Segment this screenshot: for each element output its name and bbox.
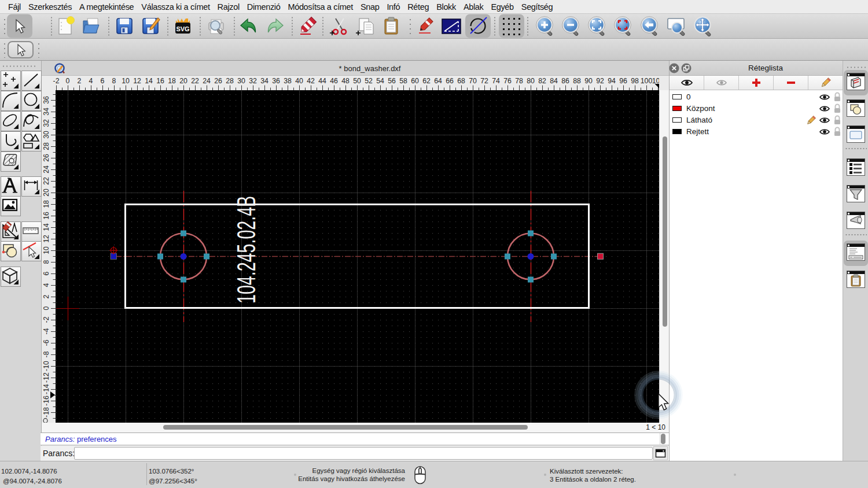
svg-text:-4: -4 bbox=[42, 328, 50, 334]
svg-text:76: 76 bbox=[503, 77, 512, 85]
svg-text:30: 30 bbox=[237, 77, 245, 85]
svg-text:52: 52 bbox=[365, 77, 373, 85]
svg-text:42: 42 bbox=[307, 77, 315, 85]
svg-text:14: 14 bbox=[145, 77, 153, 85]
svg-text:20: 20 bbox=[179, 77, 187, 85]
svg-text:58: 58 bbox=[399, 77, 407, 85]
svg-text:10: 10 bbox=[122, 77, 130, 85]
svg-text:54: 54 bbox=[376, 77, 384, 85]
svg-text:-14: -14 bbox=[42, 384, 50, 394]
svg-text:88: 88 bbox=[573, 77, 581, 85]
svg-text:104.245.02.4B: 104.245.02.4B bbox=[231, 196, 260, 304]
svg-text:18: 18 bbox=[42, 200, 50, 208]
svg-text:78: 78 bbox=[515, 77, 523, 85]
svg-text:102: 102 bbox=[652, 77, 659, 85]
svg-text:-12: -12 bbox=[42, 372, 50, 383]
svg-text:24: 24 bbox=[42, 165, 50, 173]
svg-text:34: 34 bbox=[42, 108, 50, 116]
svg-text:6: 6 bbox=[42, 271, 50, 275]
svg-text:16: 16 bbox=[42, 212, 50, 220]
svg-text:56: 56 bbox=[388, 77, 396, 85]
svg-text:-16: -16 bbox=[42, 395, 50, 406]
svg-text:22: 22 bbox=[42, 177, 50, 185]
svg-text:32: 32 bbox=[249, 77, 257, 85]
svg-text:28: 28 bbox=[42, 142, 50, 150]
svg-text:-10: -10 bbox=[42, 361, 50, 371]
svg-text:8: 8 bbox=[112, 77, 116, 85]
svg-text:14: 14 bbox=[42, 223, 50, 231]
svg-text:4: 4 bbox=[42, 283, 50, 287]
svg-text:2: 2 bbox=[42, 294, 50, 298]
svg-text:84: 84 bbox=[550, 77, 558, 85]
svg-text:12: 12 bbox=[133, 77, 141, 85]
svg-text:74: 74 bbox=[492, 77, 500, 85]
svg-text:48: 48 bbox=[341, 77, 350, 85]
svg-text:-8: -8 bbox=[42, 351, 50, 357]
svg-text:44: 44 bbox=[318, 77, 326, 85]
svg-text:32: 32 bbox=[42, 119, 50, 127]
svg-text:34: 34 bbox=[260, 77, 269, 85]
svg-text:38: 38 bbox=[284, 77, 292, 85]
svg-text:22: 22 bbox=[191, 77, 199, 85]
svg-text:94: 94 bbox=[608, 77, 616, 85]
svg-text:-2: -2 bbox=[42, 316, 50, 323]
svg-text:68: 68 bbox=[457, 77, 465, 85]
svg-text:4: 4 bbox=[89, 77, 93, 85]
svg-text:-2: -2 bbox=[53, 77, 60, 85]
svg-text:30: 30 bbox=[42, 131, 50, 139]
svg-text:46: 46 bbox=[330, 77, 338, 85]
svg-text:2: 2 bbox=[78, 77, 82, 85]
svg-text:82: 82 bbox=[538, 77, 546, 85]
svg-text:36: 36 bbox=[42, 96, 50, 104]
svg-text:64: 64 bbox=[434, 77, 442, 85]
svg-text:12: 12 bbox=[42, 235, 50, 243]
svg-text:40: 40 bbox=[295, 77, 303, 85]
svg-text:SVG: SVG bbox=[176, 25, 189, 32]
svg-text:72: 72 bbox=[480, 77, 488, 85]
svg-text:92: 92 bbox=[596, 77, 604, 85]
svg-text:60: 60 bbox=[411, 77, 419, 85]
svg-text:50: 50 bbox=[353, 77, 361, 85]
svg-text:0: 0 bbox=[66, 77, 70, 85]
svg-text:100: 100 bbox=[641, 77, 653, 85]
svg-text:80: 80 bbox=[527, 77, 535, 85]
svg-text:98: 98 bbox=[631, 77, 639, 85]
svg-text:0: 0 bbox=[42, 306, 50, 310]
svg-text:24: 24 bbox=[203, 77, 211, 85]
svg-text:26: 26 bbox=[214, 77, 222, 85]
svg-text:8: 8 bbox=[42, 260, 50, 264]
svg-text:36: 36 bbox=[272, 77, 280, 85]
svg-text:62: 62 bbox=[422, 77, 431, 85]
svg-text:-6: -6 bbox=[42, 339, 50, 346]
svg-text:28: 28 bbox=[226, 77, 234, 85]
svg-text:20: 20 bbox=[42, 188, 50, 197]
svg-text:90: 90 bbox=[584, 77, 593, 85]
svg-text:6: 6 bbox=[101, 77, 105, 85]
svg-text:10: 10 bbox=[42, 246, 50, 254]
svg-text:18: 18 bbox=[168, 77, 176, 85]
svg-text:70: 70 bbox=[469, 77, 477, 85]
svg-text:16: 16 bbox=[156, 77, 164, 85]
svg-text:66: 66 bbox=[446, 77, 454, 85]
svg-text:26: 26 bbox=[42, 154, 50, 162]
svg-text:96: 96 bbox=[619, 77, 627, 85]
svg-text:-18: -18 bbox=[42, 407, 50, 417]
svg-text:86: 86 bbox=[561, 77, 569, 85]
